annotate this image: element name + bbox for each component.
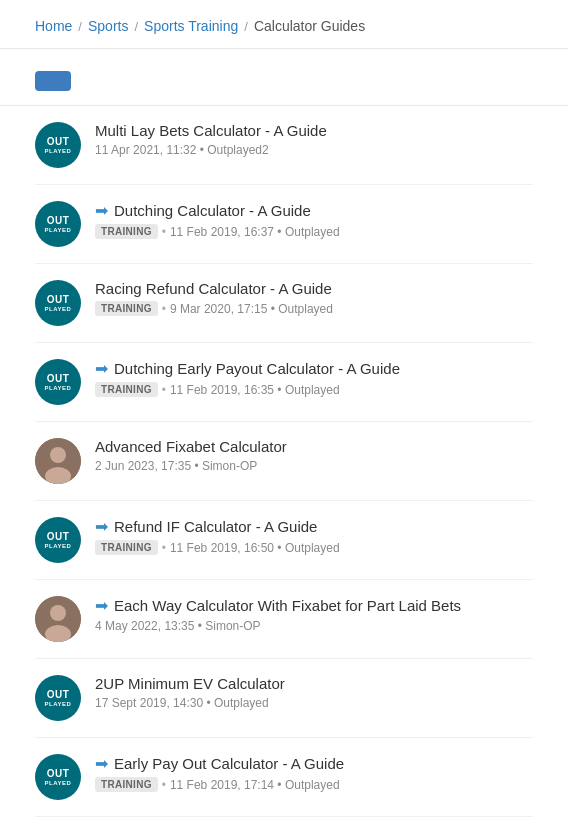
training-badge: TRAINING [95,301,158,316]
topic-meta-text: 11 Apr 2021, 11:32 • Outplayed2 [95,143,269,157]
topic-title-link[interactable]: Racing Refund Calculator - A Guide [95,280,332,297]
avatar: OUT PLAYED [35,122,81,168]
toolbar [0,49,568,106]
avatar: OUT PLAYED [35,359,81,405]
topic-content: ➡Refund IF Calculator - A Guide TRAINING… [95,517,533,555]
avatar: OUT PLAYED [35,517,81,563]
arrow-icon: ➡ [95,359,108,378]
arrow-icon: ➡ [95,754,108,773]
breadcrumb-sep-2: / [134,19,138,34]
avatar: OUT PLAYED [35,201,81,247]
avatar [35,438,81,484]
training-badge: TRAINING [95,540,158,555]
training-badge: TRAINING [95,224,158,239]
topic-item: OUT PLAYED Racing Refund Calculator - A … [35,264,533,343]
topic-content: ➡Dutching Calculator - A Guide TRAINING … [95,201,533,239]
breadcrumb-current: Calculator Guides [254,18,365,34]
breadcrumb-sports[interactable]: Sports [88,18,128,34]
topic-title: ➡Each Way Calculator With Fixabet for Pa… [95,596,533,615]
topic-meta: TRAINING •11 Feb 2019, 17:14 • Outplayed [95,777,533,792]
topic-meta: TRAINING •11 Feb 2019, 16:50 • Outplayed [95,540,533,555]
meta-dot: • [162,541,166,555]
avatar [35,596,81,642]
topic-item: OUT PLAYED ➡Refund IF Calculator - A Gui… [35,501,533,580]
arrow-icon: ➡ [95,596,108,615]
topic-title: 2UP Minimum EV Calculator [95,675,533,692]
topic-title: Racing Refund Calculator - A Guide [95,280,533,297]
svg-point-4 [50,605,66,621]
topic-meta: 4 May 2022, 13:35 • Simon-OP [95,619,533,633]
topic-title: ➡Dutching Early Payout Calculator - A Gu… [95,359,533,378]
meta-dot: • [162,383,166,397]
topic-item: OUT PLAYED ➡Dutching Calculator - A Guid… [35,185,533,264]
breadcrumb-home[interactable]: Home [35,18,72,34]
topic-meta-text: 11 Feb 2019, 17:14 • Outplayed [170,778,340,792]
topic-content: 2UP Minimum EV Calculator 17 Sept 2019, … [95,675,533,710]
avatar: OUT PLAYED [35,280,81,326]
training-badge: TRAINING [95,777,158,792]
topic-title: ➡Early Pay Out Calculator - A Guide [95,754,533,773]
topic-content: ➡Early Pay Out Calculator - A Guide TRAI… [95,754,533,792]
topic-content: Racing Refund Calculator - A Guide TRAIN… [95,280,533,316]
topic-item: Advanced Fixabet Calculator 2 Jun 2023, … [35,422,533,501]
meta-dot: • [162,302,166,316]
topic-meta-text: 11 Feb 2019, 16:50 • Outplayed [170,541,340,555]
meta-dot: • [162,225,166,239]
topic-item: OUT PLAYED Multi Lay Bets Calculator - A… [35,106,533,185]
topic-title-link[interactable]: 2UP Minimum EV Calculator [95,675,285,692]
topic-meta: TRAINING •9 Mar 2020, 17:15 • Outplayed [95,301,533,316]
topic-content: Advanced Fixabet Calculator 2 Jun 2023, … [95,438,533,473]
topic-meta-text: 9 Mar 2020, 17:15 • Outplayed [170,302,333,316]
topic-meta: TRAINING •11 Feb 2019, 16:35 • Outplayed [95,382,533,397]
avatar: OUT PLAYED [35,754,81,800]
topic-item: OUT PLAYED 2UP Minimum EV Calculator 17 … [35,659,533,738]
topic-title: Multi Lay Bets Calculator - A Guide [95,122,533,139]
topic-title-link[interactable]: Dutching Early Payout Calculator - A Gui… [114,360,400,377]
topic-item: ➡Each Way Calculator With Fixabet for Pa… [35,580,533,659]
breadcrumb-sep-1: / [78,19,82,34]
topic-title-link[interactable]: Early Pay Out Calculator - A Guide [114,755,344,772]
topic-meta-text: 2 Jun 2023, 17:35 • Simon-OP [95,459,257,473]
meta-dot: • [162,778,166,792]
topic-list: OUT PLAYED Multi Lay Bets Calculator - A… [0,106,568,817]
topic-title-link[interactable]: Multi Lay Bets Calculator - A Guide [95,122,327,139]
topic-title-link[interactable]: Dutching Calculator - A Guide [114,202,311,219]
topic-title: Advanced Fixabet Calculator [95,438,533,455]
topic-title: ➡Dutching Calculator - A Guide [95,201,533,220]
topic-meta-text: 11 Feb 2019, 16:35 • Outplayed [170,383,340,397]
topic-item: OUT PLAYED ➡Early Pay Out Calculator - A… [35,738,533,817]
topic-meta: 17 Sept 2019, 14:30 • Outplayed [95,696,533,710]
arrow-icon: ➡ [95,517,108,536]
topic-meta-text: 17 Sept 2019, 14:30 • Outplayed [95,696,269,710]
new-topic-button[interactable] [35,71,71,91]
topic-meta-text: 4 May 2022, 13:35 • Simon-OP [95,619,261,633]
topic-title-link[interactable]: Each Way Calculator With Fixabet for Par… [114,597,461,614]
arrow-icon: ➡ [95,201,108,220]
breadcrumb: Home / Sports / Sports Training / Calcul… [0,0,568,49]
topic-title-link[interactable]: Refund IF Calculator - A Guide [114,518,317,535]
topic-content: Multi Lay Bets Calculator - A Guide 11 A… [95,122,533,157]
topic-meta: 2 Jun 2023, 17:35 • Simon-OP [95,459,533,473]
svg-point-1 [50,447,66,463]
topic-item: OUT PLAYED ➡Dutching Early Payout Calcul… [35,343,533,422]
topic-meta: TRAINING •11 Feb 2019, 16:37 • Outplayed [95,224,533,239]
breadcrumb-sep-3: / [244,19,248,34]
topic-title-link[interactable]: Advanced Fixabet Calculator [95,438,287,455]
breadcrumb-sports-training[interactable]: Sports Training [144,18,238,34]
avatar: OUT PLAYED [35,675,81,721]
topic-title: ➡Refund IF Calculator - A Guide [95,517,533,536]
topic-content: ➡Each Way Calculator With Fixabet for Pa… [95,596,533,633]
topic-meta: 11 Apr 2021, 11:32 • Outplayed2 [95,143,533,157]
training-badge: TRAINING [95,382,158,397]
topic-meta-text: 11 Feb 2019, 16:37 • Outplayed [170,225,340,239]
topic-content: ➡Dutching Early Payout Calculator - A Gu… [95,359,533,397]
